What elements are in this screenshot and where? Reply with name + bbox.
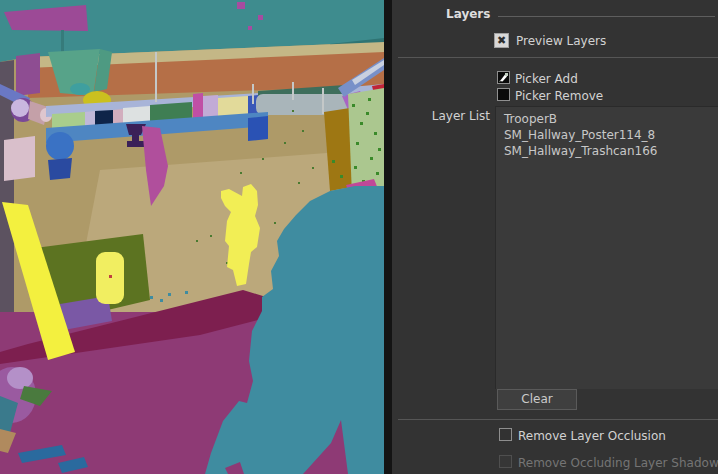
x-mark-icon: ✖ <box>497 34 506 47</box>
remove-layer-occlusion-label: Remove Layer Occlusion <box>518 429 666 443</box>
speckles-wall <box>284 142 286 144</box>
speckles-green <box>378 148 381 151</box>
lamp <box>11 99 29 117</box>
clear-button[interactable]: Clear <box>497 389 577 410</box>
group-header-rule <box>498 16 715 17</box>
layers-group-title: Layers <box>446 7 490 21</box>
speckles-green <box>340 175 343 178</box>
trashcan-dot <box>109 275 112 278</box>
speckles-green <box>354 166 357 169</box>
speckles-wall <box>292 110 294 112</box>
speckles-wall <box>240 172 242 174</box>
speckles-green <box>376 172 379 175</box>
speckles-green <box>368 98 371 101</box>
layers-panel: Layers ✖ Preview Layers Picker Add Picke… <box>392 0 718 474</box>
speckles-green <box>374 132 377 135</box>
layer-list-item[interactable]: TrooperB <box>496 107 718 127</box>
speckles-wall <box>312 167 314 169</box>
layer-list-item[interactable]: SM_Hallway_Trashcan166 <box>496 143 718 159</box>
remove-layer-occlusion-checkbox[interactable] <box>499 428 512 441</box>
speckles-green <box>356 142 359 145</box>
ceiling-dot <box>258 15 263 20</box>
separator <box>398 57 718 58</box>
teal-fleck <box>168 293 171 296</box>
speckles-wall <box>210 235 212 237</box>
segmentation-view[interactable] <box>0 0 384 474</box>
wire-leg <box>155 52 157 102</box>
speckles-green <box>370 157 373 160</box>
ceiling-dot <box>237 2 245 9</box>
speckles-green <box>352 104 355 107</box>
layer-list[interactable]: TrooperB SM_Hallway_Poster114_8 SM_Hallw… <box>495 106 718 389</box>
layer-list-label: Layer List <box>392 109 490 123</box>
picker-remove-swatch[interactable] <box>497 88 510 101</box>
speckles-green <box>360 122 363 125</box>
layer-list-item[interactable]: SM_Hallway_Poster114_8 <box>496 127 718 143</box>
corner-lavender <box>7 367 33 389</box>
teal-fleck <box>160 299 163 302</box>
purple-panel <box>16 53 40 96</box>
picker-add-swatch[interactable] <box>497 71 510 84</box>
speckles-wall <box>274 222 276 224</box>
picker-remove-label: Picker Remove <box>515 89 603 103</box>
teal-fleck <box>185 291 188 294</box>
remove-occluding-layer-shadows-label: Remove Occluding Layer Shadows <box>518 456 718 470</box>
separator <box>398 419 718 420</box>
speckles-wall <box>298 182 300 184</box>
preview-layers-label: Preview Layers <box>516 34 606 48</box>
blue-disc <box>46 132 74 160</box>
teal-knob <box>70 83 90 95</box>
ceiling-dot <box>248 26 252 30</box>
segmentation-canvas <box>0 0 384 474</box>
picker-add-label: Picker Add <box>515 72 578 86</box>
speckles-wall <box>302 130 304 132</box>
speckles-green <box>366 112 369 115</box>
eyedropper-icon <box>498 72 509 83</box>
app-window: Layers ✖ Preview Layers Picker Add Picke… <box>0 0 718 474</box>
teal-fleck <box>150 296 153 299</box>
box-darkblue <box>248 116 268 141</box>
speckles-wall <box>262 158 264 160</box>
blue-dark-box <box>48 158 72 180</box>
wire-leg <box>292 82 294 100</box>
panel-divider <box>384 0 392 474</box>
speckles-wall <box>196 240 198 242</box>
remove-occluding-layer-shadows-checkbox <box>499 455 512 468</box>
preview-layers-checkbox[interactable]: ✖ <box>494 33 509 48</box>
wire-leg <box>252 84 254 104</box>
pink-panel-left <box>4 136 35 181</box>
speckles-green <box>332 160 335 163</box>
wire-leg <box>322 88 324 114</box>
